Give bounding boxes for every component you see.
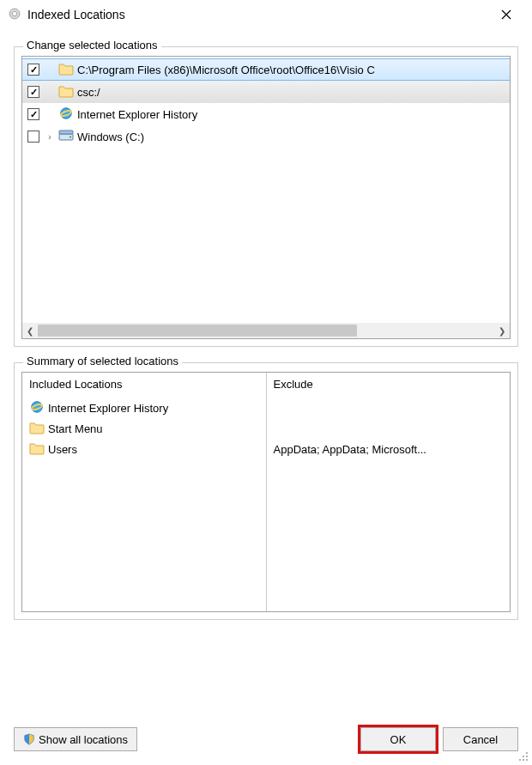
exclude-header: Exclude <box>274 378 504 391</box>
app-icon <box>7 7 22 23</box>
svg-point-12 <box>523 759 524 761</box>
exclude-column: Exclude AppData; AppData; Microsoft... <box>267 373 511 611</box>
ie-icon <box>58 106 74 123</box>
svg-point-15 <box>523 756 524 757</box>
tree-row[interactable]: Internet Explorer History <box>22 103 510 125</box>
tree-checkbox[interactable] <box>27 86 39 98</box>
tree-row[interactable]: ›Windows (C:) <box>22 125 510 148</box>
expand-arrow-icon[interactable]: › <box>45 132 55 142</box>
tree-item-label: csc:/ <box>77 86 100 99</box>
close-icon <box>501 9 511 20</box>
right-button-group: OK Cancel <box>360 727 518 751</box>
ie-icon <box>29 400 45 416</box>
exclude-item <box>274 418 504 439</box>
included-item[interactable]: Internet Explorer History <box>29 398 259 418</box>
exclude-text: AppData; AppData; Microsoft... <box>274 443 426 456</box>
horizontal-scrollbar[interactable]: ❮ ❯ <box>22 323 510 338</box>
shield-icon <box>23 733 35 745</box>
tree-item-label: C:\Program Files (x86)\Microsoft Office\… <box>77 64 375 76</box>
tree-checkbox[interactable] <box>27 108 39 120</box>
drive-icon <box>58 129 74 145</box>
included-column: Included Locations Internet Explorer His… <box>22 373 267 611</box>
svg-point-14 <box>519 759 521 761</box>
included-header: Included Locations <box>29 378 259 391</box>
svg-point-8 <box>70 136 71 137</box>
included-item-label: Internet Explorer History <box>48 402 168 415</box>
button-row: Show all locations OK Cancel <box>14 727 518 751</box>
svg-point-16 <box>526 752 528 754</box>
svg-rect-7 <box>59 131 73 134</box>
ok-label: OK <box>390 733 407 746</box>
scroll-thumb[interactable] <box>38 325 357 337</box>
included-item-label: Start Menu <box>48 422 103 435</box>
tree-item-label: Internet Explorer History <box>77 108 197 121</box>
change-locations-legend: Change selected locations <box>23 39 161 52</box>
dialog-content: Change selected locations C:\Program Fil… <box>0 29 532 620</box>
resize-grip[interactable] <box>518 751 530 763</box>
included-item[interactable]: Users <box>29 439 259 459</box>
tree-checkbox[interactable] <box>27 131 39 143</box>
included-item[interactable]: Start Menu <box>29 418 259 439</box>
exclude-item: AppData; AppData; Microsoft... <box>274 439 504 459</box>
tree-item-label: Windows (C:) <box>77 131 144 143</box>
tree-row[interactable]: C:\Program Files (x86)\Microsoft Office\… <box>22 58 510 81</box>
exclude-item <box>274 398 504 418</box>
show-all-label: Show all locations <box>39 733 128 746</box>
window-title: Indexed Locations <box>27 8 125 21</box>
svg-point-13 <box>526 756 528 757</box>
cancel-button[interactable]: Cancel <box>443 727 518 751</box>
folder-icon <box>58 62 74 78</box>
folder-icon <box>58 84 74 100</box>
included-item-label: Users <box>48 443 77 456</box>
folder-icon <box>29 441 45 458</box>
summary-box: Included Locations Internet Explorer His… <box>21 372 511 612</box>
tree-row[interactable]: csc:/ <box>22 81 510 103</box>
tree-checkbox[interactable] <box>27 64 39 76</box>
svg-point-1 <box>12 11 16 15</box>
cancel-label: Cancel <box>463 733 498 746</box>
scroll-right-arrow[interactable]: ❯ <box>494 323 510 338</box>
locations-tree[interactable]: C:\Program Files (x86)\Microsoft Office\… <box>21 56 511 339</box>
folder-icon <box>29 421 45 437</box>
title-left: Indexed Locations <box>7 7 125 23</box>
scroll-track[interactable] <box>38 323 494 338</box>
change-locations-group: Change selected locations C:\Program Fil… <box>14 46 518 347</box>
svg-point-11 <box>526 759 528 761</box>
summary-legend: Summary of selected locations <box>23 355 182 367</box>
show-all-locations-button[interactable]: Show all locations <box>14 727 137 751</box>
close-button[interactable] <box>489 3 523 27</box>
title-bar: Indexed Locations <box>0 0 532 29</box>
scroll-left-arrow[interactable]: ❮ <box>22 323 38 338</box>
ok-button[interactable]: OK <box>360 727 436 751</box>
summary-group: Summary of selected locations Included L… <box>14 362 518 620</box>
